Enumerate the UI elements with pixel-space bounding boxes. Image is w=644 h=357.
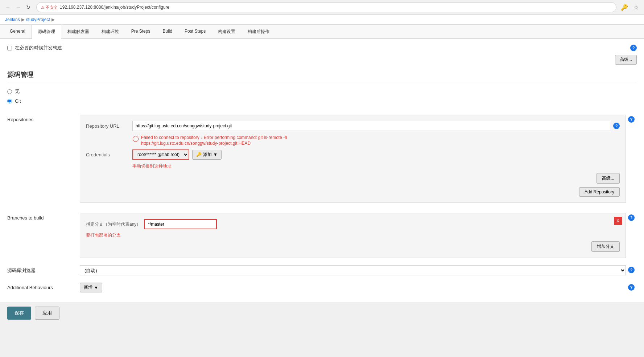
repositories-field: Repository URL ? ◯ Failed to connect to … bbox=[80, 115, 626, 206]
save-button[interactable]: 保存 bbox=[7, 307, 31, 320]
help-icon-url[interactable]: ? bbox=[613, 123, 620, 129]
add-branch-button[interactable]: 增加分支 bbox=[591, 241, 620, 252]
radio-git-option[interactable]: Git bbox=[7, 98, 637, 104]
add-new-arrow: ▼ bbox=[94, 285, 98, 290]
browser-row: 源码库浏览器 (自动) ? bbox=[7, 262, 637, 279]
tab-source-management[interactable]: 源码管理 bbox=[32, 25, 61, 39]
credentials-label: Credentials bbox=[86, 152, 129, 157]
add-credentials-button[interactable]: 🔑 添加 ▼ bbox=[192, 150, 222, 160]
tab-pre-steps[interactable]: Pre Steps bbox=[125, 25, 157, 38]
browser-label: 源码库浏览器 bbox=[7, 265, 80, 274]
radio-group: 无 Git bbox=[7, 88, 637, 104]
add-repo-row: Add Repository bbox=[86, 187, 620, 197]
nav-buttons: ← → ↻ bbox=[4, 3, 33, 12]
help-icon-branches[interactable]: ? bbox=[628, 214, 635, 221]
branch-specifier-row: 指定分支（为空时代表any） bbox=[86, 219, 620, 229]
repo-box: Repository URL ? ◯ Failed to connect to … bbox=[80, 115, 626, 203]
radio-none-option[interactable]: 无 bbox=[7, 88, 637, 95]
branch-specifier-label: 指定分支（为空时代表any） bbox=[86, 221, 141, 227]
repo-url-row: Repository URL ? bbox=[86, 121, 620, 131]
repo-url-label: Repository URL bbox=[86, 123, 129, 129]
behaviours-field: 新增 ▼ bbox=[80, 283, 626, 292]
tab-build-triggers[interactable]: 构建触发器 bbox=[61, 25, 95, 38]
add-branch-row: 增加分支 bbox=[86, 241, 620, 252]
help-icon-browser[interactable]: ? bbox=[628, 267, 635, 273]
breadcrumb-sep2: ▶ bbox=[51, 17, 55, 22]
breadcrumb-jenkins[interactable]: Jenkins bbox=[5, 17, 20, 22]
help-icon-behaviours[interactable]: ? bbox=[628, 284, 635, 291]
main-content: General 源码管理 构建触发器 构建环境 Pre Steps Build … bbox=[0, 25, 644, 324]
tab-build-settings[interactable]: 构建设置 bbox=[212, 25, 242, 38]
radio-git-label: Git bbox=[15, 98, 21, 104]
add-repository-button[interactable]: Add Repository bbox=[579, 187, 620, 197]
apply-button[interactable]: 应用 bbox=[35, 307, 59, 320]
refresh-button[interactable]: ↻ bbox=[24, 3, 33, 12]
section-title: 源码管理 bbox=[7, 70, 637, 82]
tabs: General 源码管理 构建触发器 构建环境 Pre Steps Build … bbox=[0, 25, 644, 39]
key-button[interactable]: 🔑 bbox=[620, 3, 629, 12]
branches-box: X 指定分支（为空时代表any） 要打包部署的分支 增加分支 bbox=[80, 213, 626, 258]
concurrent-build-checkbox[interactable] bbox=[7, 46, 12, 50]
help-icon-repos[interactable]: ? bbox=[628, 116, 635, 123]
error-line2: https://git.lug.ustc.edu.cn/songgw/study… bbox=[141, 141, 287, 146]
tab-general[interactable]: General bbox=[4, 25, 32, 38]
bottom-bar: 保存 应用 bbox=[0, 302, 644, 324]
tab-build[interactable]: Build bbox=[156, 25, 178, 38]
bookmark-button[interactable]: ☆ bbox=[632, 3, 640, 12]
dropdown-arrow: ▼ bbox=[213, 152, 218, 157]
error-message: ◯ Failed to connect to repository：Error … bbox=[132, 135, 620, 146]
address-bar: ← → ↻ ⚠ 不安全 192.168.237.128:8080/jenkins… bbox=[0, 0, 644, 15]
branch-input[interactable] bbox=[144, 219, 217, 229]
repositories-row: Repositories Repository URL ? ◯ Failed t… bbox=[7, 111, 637, 209]
branches-field: X 指定分支（为空时代表any） 要打包部署的分支 增加分支 bbox=[80, 213, 626, 258]
advanced-button[interactable]: 高级... bbox=[615, 55, 637, 65]
browser-actions: 🔑 ☆ bbox=[620, 3, 640, 12]
branch-hint: 要打包部署的分支 bbox=[86, 232, 620, 238]
error-icon: ◯ bbox=[132, 135, 139, 142]
behaviours-row: Additional Behaviours 新增 ▼ ? bbox=[7, 279, 637, 296]
branches-label: Branches to build bbox=[7, 213, 80, 221]
breadcrumb-sep1: ▶ bbox=[21, 17, 25, 22]
tab-build-env[interactable]: 构建环境 bbox=[95, 25, 125, 38]
add-new-label: 新增 bbox=[84, 284, 92, 291]
radio-none[interactable] bbox=[7, 89, 12, 94]
credentials-select[interactable]: root/****** (gitlab root) bbox=[132, 149, 189, 160]
url-text: 192.168.237.128:8080/jenkins/job/studyPr… bbox=[60, 5, 169, 10]
breadcrumb-project[interactable]: studyProject bbox=[26, 17, 50, 22]
delete-branch-button[interactable]: X bbox=[614, 217, 622, 225]
advanced-row: 高级... bbox=[7, 55, 637, 65]
repo-url-input[interactable] bbox=[132, 121, 610, 131]
credentials-row: Credentials root/****** (gitlab root) 🔑 … bbox=[86, 149, 620, 160]
radio-git[interactable] bbox=[7, 99, 12, 103]
security-warning: ⚠ 不安全 bbox=[41, 5, 58, 10]
browser-select[interactable]: (自动) bbox=[80, 265, 626, 275]
tab-post-steps[interactable]: Post Steps bbox=[178, 25, 212, 38]
error-line1: Failed to connect to repository：Error pe… bbox=[141, 135, 287, 141]
manual-hint: 手动切换到这种地址 bbox=[132, 163, 620, 169]
content-area: 在必要的时候并发构建 ? 高级... 源码管理 无 Git Repositori… bbox=[0, 39, 644, 302]
radio-none-label: 无 bbox=[15, 88, 20, 95]
repo-action-row: 高级... bbox=[86, 173, 620, 184]
key-icon: 🔑 bbox=[196, 152, 202, 157]
concurrent-build-row: 在必要的时候并发构建 ? bbox=[7, 45, 637, 51]
add-label: 添加 bbox=[203, 152, 212, 158]
breadcrumb: Jenkins ▶ studyProject ▶ bbox=[0, 15, 644, 25]
forward-button[interactable]: → bbox=[14, 3, 22, 12]
tab-post-build[interactable]: 构建后操作 bbox=[242, 25, 276, 38]
back-button[interactable]: ← bbox=[4, 3, 12, 12]
browser-field: (自动) bbox=[80, 265, 626, 275]
concurrent-build-label: 在必要的时候并发构建 bbox=[15, 45, 62, 51]
behaviours-label: Additional Behaviours bbox=[7, 283, 80, 290]
repositories-label: Repositories bbox=[7, 115, 80, 122]
branches-row: Branches to build X 指定分支（为空时代表any） 要打包部署… bbox=[7, 209, 637, 262]
help-icon-concurrent[interactable]: ? bbox=[630, 45, 637, 51]
browser-chrome: ← → ↻ ⚠ 不安全 192.168.237.128:8080/jenkins… bbox=[0, 0, 644, 15]
repo-advanced-button[interactable]: 高级... bbox=[596, 173, 620, 184]
add-new-button[interactable]: 新增 ▼ bbox=[80, 283, 102, 292]
url-bar[interactable]: ⚠ 不安全 192.168.237.128:8080/jenkins/job/s… bbox=[36, 2, 616, 12]
